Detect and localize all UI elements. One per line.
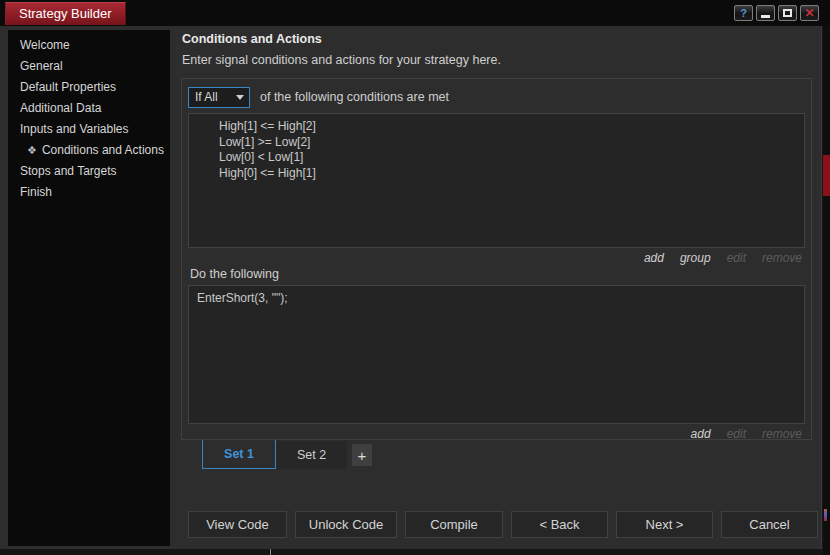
conditions-remove-link: remove	[762, 251, 802, 265]
help-icon: ?	[740, 7, 747, 19]
window-controls: ? ✕	[734, 5, 819, 21]
action-item[interactable]: EnterShort(3, "");	[197, 291, 800, 307]
page-title: Conditions and Actions	[182, 32, 322, 46]
minimize-button[interactable]	[756, 5, 775, 21]
background-bottom-strip	[0, 549, 823, 555]
compile-button[interactable]: Compile	[405, 511, 503, 538]
conditions-links-row: add group edit remove	[188, 248, 805, 266]
view-code-button[interactable]: View Code	[188, 511, 287, 538]
background-window-red-fragment	[823, 155, 830, 196]
background-window-icon-fragment	[824, 509, 827, 521]
plus-icon: +	[358, 447, 367, 464]
minimize-icon	[761, 15, 770, 18]
condition-item[interactable]: High[1] <= High[2]	[219, 119, 800, 135]
sidebar-item-conditions-and-actions[interactable]: ❖Conditions and Actions	[8, 140, 170, 161]
window-title: Strategy Builder	[5, 2, 126, 25]
maximize-icon	[783, 9, 792, 17]
condition-mode-dropdown[interactable]: If All	[188, 87, 250, 108]
background-window-strip	[823, 26, 830, 555]
tab-set-1[interactable]: Set 1	[202, 440, 276, 469]
chevron-down-icon	[236, 95, 244, 100]
next-button[interactable]: Next >	[616, 511, 713, 538]
sidebar-item-welcome[interactable]: Welcome	[8, 35, 170, 56]
conditions-group-link[interactable]: group	[680, 251, 711, 265]
sidebar-item-general[interactable]: General	[8, 56, 170, 77]
sidebar-item-label: Conditions and Actions	[42, 143, 164, 157]
tab-set-2[interactable]: Set 2	[276, 441, 347, 469]
page-subtitle: Enter signal conditions and actions for …	[182, 53, 501, 67]
current-step-icon: ❖	[27, 144, 37, 156]
actions-add-link[interactable]: add	[691, 427, 711, 441]
unlock-code-button[interactable]: Unlock Code	[295, 511, 397, 538]
maximize-button[interactable]	[778, 5, 797, 21]
condition-mode-value: If All	[195, 90, 236, 104]
conditions-group-box: If All of the following conditions are m…	[181, 78, 812, 440]
conditions-add-link[interactable]: add	[644, 251, 664, 265]
condition-item[interactable]: High[0] <= High[1]	[219, 166, 800, 182]
title-bar[interactable]: Strategy Builder ? ✕	[0, 0, 830, 26]
set-tab-strip: Set 1 Set 2 +	[202, 440, 372, 469]
actions-list[interactable]: EnterShort(3, "");	[188, 285, 805, 424]
add-set-button[interactable]: +	[352, 444, 372, 466]
actions-label: Do the following	[190, 267, 805, 281]
condition-mode-suffix: of the following conditions are met	[260, 90, 449, 104]
close-button[interactable]: ✕	[800, 5, 819, 21]
sidebar-item-stops-and-targets[interactable]: Stops and Targets	[8, 161, 170, 182]
sidebar-item-default-properties[interactable]: Default Properties	[8, 77, 170, 98]
main-panel: Conditions and Actions Enter signal cond…	[181, 31, 822, 545]
conditions-edit-link: edit	[727, 251, 746, 265]
background-bottom-tick	[270, 549, 271, 555]
condition-mode-row: If All of the following conditions are m…	[188, 85, 805, 109]
bottom-button-row: View Code Unlock Code Compile < Back Nex…	[188, 511, 818, 538]
help-button[interactable]: ?	[734, 5, 753, 21]
actions-remove-link: remove	[762, 427, 802, 441]
wizard-step-list: Welcome General Default Properties Addit…	[8, 30, 170, 546]
actions-edit-link: edit	[727, 427, 746, 441]
sidebar-item-additional-data[interactable]: Additional Data	[8, 98, 170, 119]
back-button[interactable]: < Back	[511, 511, 608, 538]
sidebar-item-finish[interactable]: Finish	[8, 182, 170, 203]
conditions-list[interactable]: High[1] <= High[2] Low[1] >= Low[2] Low[…	[188, 113, 805, 248]
condition-item[interactable]: Low[1] >= Low[2]	[219, 135, 800, 151]
strategy-builder-window: Strategy Builder ? ✕ Welcome General Def…	[0, 0, 830, 555]
condition-item[interactable]: Low[0] < Low[1]	[219, 150, 800, 166]
sidebar-item-inputs-and-variables[interactable]: Inputs and Variables	[8, 119, 170, 140]
cancel-button[interactable]: Cancel	[721, 511, 818, 538]
close-icon: ✕	[804, 6, 814, 20]
